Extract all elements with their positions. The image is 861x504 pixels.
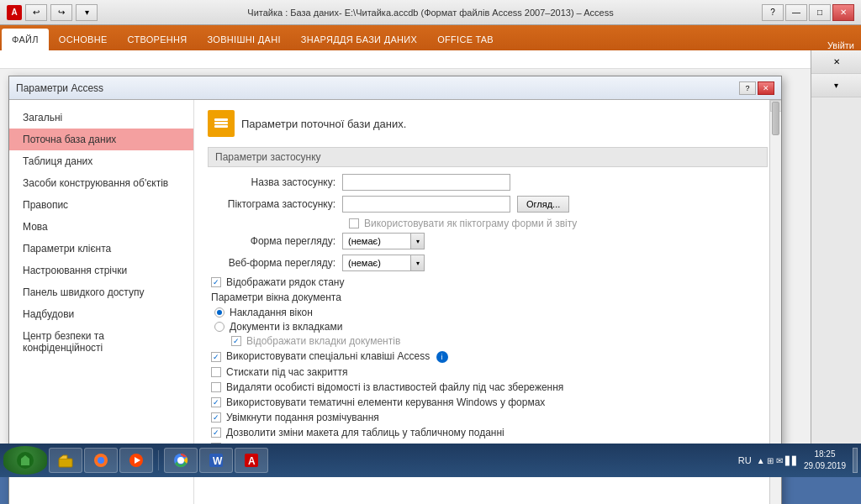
use-access-keys-row: Використовувати спеціальні клавіші Acces…	[208, 350, 768, 363]
nav-item-client-settings[interactable]: Параметри клієнта	[9, 238, 193, 260]
title-bar-left: A ↩ ↪ ▾	[7, 4, 98, 21]
ribbon-tabs: ФАЙЛ ОСНОВНЕ СТВОРЕННЯ ЗОВНІШНІ ДАНІ ЗНА…	[0, 25, 861, 50]
maximize-button[interactable]: □	[809, 4, 831, 21]
ribbon: ФАЙЛ ОСНОВНЕ СТВОРЕННЯ ЗОВНІШНІ ДАНІ ЗНА…	[0, 25, 861, 50]
window-controls: ? — □ ✕	[762, 4, 854, 21]
taskbar-chrome[interactable]	[164, 448, 198, 473]
use-as-icon-row: Використовувати як піктограму форми й зв…	[208, 218, 768, 229]
taskbar-tray: RU ▲ ⊞ ✉ ▋▋ 18:25 29.09.2019	[738, 448, 858, 473]
svg-point-10	[177, 457, 184, 464]
radio-tabs-label: Документи із вкладками	[230, 321, 342, 333]
login-link[interactable]: Увійти	[827, 40, 861, 50]
compress-close-checkbox[interactable]	[211, 367, 221, 377]
show-status-bar-checkbox[interactable]	[211, 277, 221, 287]
display-form-select[interactable]: (немає) ▾	[342, 233, 425, 249]
app-name-input[interactable]	[342, 174, 510, 191]
radio-overlap-row: Накладання вікон	[208, 307, 768, 318]
use-access-keys-label: Використовувати спеціальні клавіші Acces…	[226, 350, 448, 363]
info-icon: i	[436, 351, 448, 363]
compress-close-label: Стискати під час закриття	[226, 366, 347, 378]
start-button[interactable]	[3, 446, 47, 475]
dialog-title: Параметри Access	[16, 82, 103, 94]
app-icon-input[interactable]	[342, 196, 510, 213]
clock-time: 18:25	[804, 449, 846, 460]
show-status-bar-row: Відображати рядок стану	[208, 276, 768, 288]
use-as-icon-label: Використовувати як піктограму форми й зв…	[364, 218, 577, 229]
radio-tabs-row: Документи із вкладками	[208, 321, 768, 333]
clock: 18:25 29.09.2019	[804, 449, 846, 472]
show-desktop-button[interactable]	[853, 448, 858, 473]
nav-item-proofing[interactable]: Правопис	[9, 194, 193, 216]
panel-scroll-btn[interactable]: ▾	[811, 74, 861, 97]
tab-create[interactable]: СТВОРЕННЯ	[118, 29, 198, 50]
display-form-value: (немає)	[343, 236, 410, 246]
enable-layout-checkbox[interactable]	[211, 412, 221, 423]
show-tabs-checkbox[interactable]	[231, 336, 241, 346]
app-name-row: Назва застосунку:	[208, 174, 768, 191]
svg-rect-4	[59, 459, 72, 467]
subsection-label: Параметри застосунку	[208, 147, 768, 167]
close-button[interactable]: ✕	[832, 4, 854, 21]
tray-icons: ▲ ⊞ ✉ ▋▋	[757, 456, 799, 465]
window-title: Читайка : База даних- E:\Читайка.accdb (…	[0, 8, 861, 18]
language-indicator: RU	[738, 455, 752, 465]
allow-design-checkbox[interactable]	[211, 428, 221, 438]
allow-design-label: Дозволити зміни макета для таблиць у таб…	[226, 427, 504, 438]
scroll-thumb[interactable]	[772, 102, 779, 135]
nav-item-general[interactable]: Загальні	[9, 107, 193, 129]
tab-file[interactable]: ФАЙЛ	[2, 29, 49, 50]
tab-external[interactable]: ЗОВНІШНІ ДАНІ	[198, 29, 291, 50]
use-themes-checkbox[interactable]	[211, 397, 221, 407]
undo-button[interactable]: ↩	[25, 4, 47, 21]
use-access-keys-checkbox[interactable]	[211, 352, 221, 362]
nav-item-ribbon[interactable]: Настроювання стрічки	[9, 260, 193, 281]
allow-design-row: Дозволити зміни макета для таблиць у таб…	[208, 427, 768, 438]
tab-database-tools[interactable]: ЗНАРЯДДЯ БАЗИ ДАНИХ	[291, 29, 427, 50]
nav-item-object-designers[interactable]: Засоби конструювання об'єктів	[9, 172, 193, 194]
nav-item-quick-access[interactable]: Панель швидкого доступу	[9, 281, 193, 303]
nav-item-current-db[interactable]: Поточна база даних	[9, 129, 193, 150]
tab-office-tab[interactable]: OFFICE TAB	[427, 29, 504, 50]
use-themes-row: Використовувати тематичні елементи керув…	[208, 396, 768, 408]
web-form-row: Веб-форма перегляду: (немає) ▾	[208, 255, 768, 271]
nav-item-language[interactable]: Мова	[9, 216, 193, 238]
taskbar-explorer[interactable]	[49, 448, 82, 473]
display-form-row: Форма перегляду: (немає) ▾	[208, 233, 768, 249]
nav-item-addins[interactable]: Надбудови	[9, 303, 193, 325]
radio-overlap[interactable]	[214, 307, 224, 318]
dialog-controls: ? ✕	[739, 81, 774, 95]
display-form-arrow[interactable]: ▾	[410, 234, 424, 249]
radio-tabs[interactable]	[214, 322, 224, 332]
remove-personal-row: Видаляти особисті відомості із властивос…	[208, 381, 768, 393]
taskbar-media[interactable]	[119, 448, 153, 473]
compress-close-row: Стискати під час закриття	[208, 366, 768, 378]
access-options-dialog: Параметри Access ? ✕ Загальні Поточна ба…	[8, 76, 782, 504]
right-panel: ✕ ▾	[811, 50, 861, 444]
redo-button[interactable]: ↪	[50, 4, 72, 21]
taskbar-access[interactable]: A	[235, 448, 268, 473]
dialog-close-button[interactable]: ✕	[758, 81, 774, 95]
web-form-arrow[interactable]: ▾	[410, 255, 424, 270]
customize-button[interactable]: ▾	[76, 4, 98, 21]
database-icon	[208, 110, 235, 137]
remove-personal-checkbox[interactable]	[211, 382, 221, 392]
show-status-bar-label: Відображати рядок стану	[226, 276, 345, 288]
title-bar: A ↩ ↪ ▾ Читайка : База даних- E:\Читайка…	[0, 0, 861, 25]
show-tabs-label: Відображати вкладки документів	[246, 335, 400, 347]
web-form-select[interactable]: (немає) ▾	[342, 255, 425, 271]
help-button[interactable]: ?	[762, 4, 784, 21]
taskbar-word[interactable]: W	[199, 448, 233, 473]
use-as-icon-checkbox[interactable]	[349, 218, 359, 228]
panel-close-btn[interactable]: ✕	[811, 50, 861, 74]
taskbar-firefox[interactable]	[84, 448, 118, 473]
svg-rect-0	[214, 118, 228, 121]
svg-point-6	[98, 457, 104, 464]
nav-item-datasheet[interactable]: Таблиця даних	[9, 150, 193, 172]
dialog-help-button[interactable]: ?	[739, 81, 756, 95]
tab-home[interactable]: ОСНОВНЕ	[49, 29, 118, 50]
minimize-button[interactable]: —	[785, 4, 807, 21]
browse-button[interactable]: Огляд...	[517, 196, 569, 213]
app-icon-label: Піктограма застосунку:	[208, 198, 342, 210]
nav-item-trust-center[interactable]: Центр безпеки та конфіденційності	[9, 325, 193, 359]
radio-overlap-label: Накладання вікон	[230, 307, 313, 318]
